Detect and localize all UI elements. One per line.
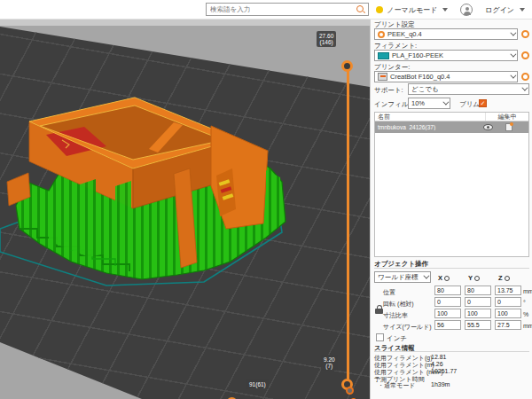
filament-g-value: 12.81 — [431, 354, 447, 360]
chevron-down-icon — [423, 273, 429, 279]
normal-mode-label: ・通常モード — [378, 381, 415, 390]
object-name: tmnbukova_24126(37) — [375, 124, 483, 130]
scale-x-input[interactable] — [434, 309, 461, 318]
size-label: サイズ(ワールド) — [383, 323, 432, 332]
rotation-x-input[interactable] — [434, 297, 461, 307]
axis-reset-icon[interactable] — [444, 276, 450, 281]
model-render[interactable] — [0, 20, 370, 399]
printer-dropdown[interactable]: CreatBot F160_q0.4 — [374, 71, 518, 82]
chevron-down-icon — [442, 99, 449, 106]
profile-dropdown[interactable]: PEEK_q0.4 — [374, 28, 518, 40]
support-label: サポート: — [374, 86, 403, 95]
axis-header-x: X — [438, 274, 450, 282]
chevron-down-icon — [521, 85, 528, 91]
filament-m-value: 4.26 — [431, 361, 443, 367]
viewport-3d[interactable]: 27.60 (146) 9.20 (7) 91(61) — [0, 20, 370, 399]
object-list-row[interactable]: tmnbukova_24126(37) — [375, 121, 528, 133]
size-x-input[interactable] — [434, 320, 461, 330]
filament-settings-gear-icon[interactable] — [521, 51, 529, 59]
size-unit: mm — [523, 323, 532, 329]
support-dropdown[interactable]: どこでも — [408, 83, 529, 95]
infill-label: インフィル: — [374, 100, 410, 109]
mode-label: ノーマルモード — [387, 5, 437, 15]
infill-dropdown[interactable]: 10% — [408, 98, 450, 109]
height-ruler-top-badge: 27.60 (146) — [317, 31, 336, 47]
scale-z-input[interactable] — [495, 309, 521, 318]
rotation-y-input[interactable] — [465, 297, 491, 307]
creatware-slicer-window: ノーマルモード ログイン — [0, 0, 532, 399]
uniform-scale-lock-icon[interactable] — [375, 305, 384, 315]
scale-label: 寸法比率 — [383, 311, 408, 320]
profile-color-icon — [378, 31, 385, 38]
list-header-editing: 編集中 — [486, 113, 528, 121]
filament-mm3-value: 10251.77 — [431, 368, 457, 374]
axis-header-y: Y — [468, 274, 480, 282]
chevron-down-icon — [510, 73, 516, 79]
inch-checkbox[interactable] — [376, 333, 384, 341]
divider — [374, 351, 529, 352]
printer-icon — [378, 73, 387, 81]
axis-header-z: Z — [498, 274, 510, 282]
coord-mode-dropdown[interactable]: ワールド座標 — [374, 271, 431, 283]
position-y-input[interactable] — [465, 286, 491, 295]
size-y-input[interactable] — [465, 320, 491, 330]
position-unit: mm — [523, 288, 532, 294]
editing-doc-icon[interactable] — [505, 123, 512, 131]
login-dropdown[interactable]: ログイン — [485, 5, 525, 15]
list-header-name: 名前 — [375, 113, 486, 121]
scale-y-input[interactable] — [465, 309, 491, 318]
size-z-input[interactable] — [495, 320, 521, 330]
login-label: ログイン — [485, 5, 514, 15]
search-box[interactable] — [206, 3, 369, 16]
top-header: ノーマルモード ログイン — [0, 0, 532, 20]
filament-dropdown[interactable]: PLA_F160-PEEK — [374, 50, 518, 61]
chevron-down-icon — [442, 8, 448, 12]
height-ruler-top-handle[interactable] — [341, 60, 353, 72]
inch-label: インチ — [387, 334, 407, 343]
settings-panel: プリント設定 PEEK_q0.4 フィラメント: PLA_F160-PEEK プ… — [370, 20, 532, 399]
rotation-z-input[interactable] — [495, 297, 521, 307]
rotation-unit: ° — [523, 300, 526, 306]
search-input[interactable] — [207, 5, 356, 13]
mode-dropdown[interactable]: ノーマルモード — [376, 5, 448, 15]
axis-reset-icon[interactable] — [505, 276, 510, 281]
user-account-icon[interactable] — [460, 4, 473, 16]
divider — [374, 268, 529, 269]
scale-unit: % — [523, 311, 528, 317]
brim-label: ブリム — [459, 100, 480, 109]
chevron-down-icon — [510, 51, 516, 58]
brim-checkbox[interactable]: ✓ — [479, 99, 487, 107]
ruler-anchor-icon[interactable] — [346, 387, 354, 395]
object-list: 名前 編集中 tmnbukova_24126(37) — [374, 112, 529, 257]
chevron-down-icon — [510, 30, 516, 36]
chevron-down-icon — [520, 8, 525, 12]
height-ruler-line[interactable] — [347, 70, 349, 386]
profile-settings-gear-icon[interactable] — [521, 30, 529, 38]
position-z-input[interactable] — [495, 286, 521, 295]
position-x-input[interactable] — [434, 286, 461, 295]
visibility-eye-icon[interactable] — [483, 124, 493, 130]
rotation-label: 回転 (相対) — [383, 300, 414, 309]
width-ruler-badge: 91(61) — [246, 379, 269, 389]
status-dot-icon — [376, 6, 383, 13]
axis-reset-icon[interactable] — [474, 276, 480, 281]
position-label: 位置 — [383, 288, 395, 297]
filament-color-icon — [378, 52, 389, 59]
height-ruler-bottom-badge: 9.20 (7) — [321, 355, 338, 371]
printer-settings-gear-icon[interactable] — [521, 73, 529, 81]
normal-mode-time: 1h39m — [431, 381, 450, 387]
search-icon[interactable] — [356, 4, 365, 14]
